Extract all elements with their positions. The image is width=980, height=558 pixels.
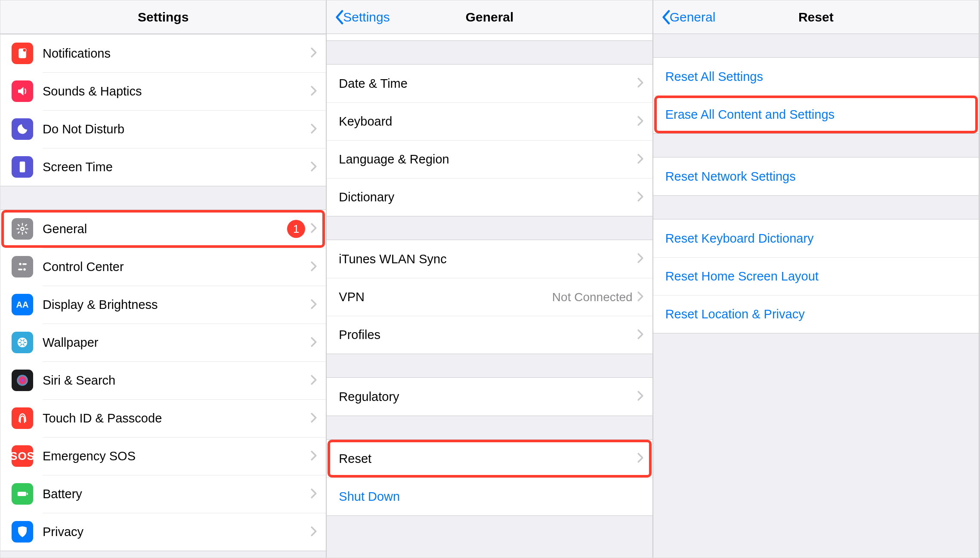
- row-touch-id-passcode[interactable]: Touch ID & Passcode: [0, 399, 326, 437]
- row-reset-all-settings[interactable]: Reset All Settings: [653, 58, 979, 96]
- display-icon: AA: [12, 294, 33, 315]
- row-label: Language & Region: [339, 152, 637, 166]
- settings-group-1: NotificationsSounds & HapticsDo Not Dist…: [0, 34, 326, 186]
- row-dictionary[interactable]: Dictionary: [327, 178, 652, 216]
- chevron-right-icon: [310, 526, 317, 539]
- back-button[interactable]: General: [661, 9, 716, 25]
- row-shut-down[interactable]: Shut Down: [327, 478, 652, 515]
- row-label: Reset Location & Privacy: [665, 307, 970, 321]
- row-label: Sounds & Haptics: [43, 84, 310, 99]
- navbar-general: Settings General: [327, 0, 652, 34]
- chevron-right-icon: [637, 115, 644, 128]
- general-panel: Settings General Date & TimeKeyboardLang…: [327, 0, 653, 558]
- row-screen-time[interactable]: Screen Time: [0, 148, 326, 186]
- svg-point-16: [22, 345, 23, 346]
- group-spacer: [327, 216, 652, 240]
- row-label: Touch ID & Passcode: [43, 411, 310, 425]
- sounds-icon: [12, 80, 33, 102]
- chevron-right-icon: [310, 299, 317, 311]
- chevron-right-icon: [310, 161, 317, 174]
- navbar-settings: Settings: [0, 0, 326, 34]
- svg-point-13: [22, 339, 23, 340]
- chevron-right-icon: [310, 412, 317, 425]
- row-label: Privacy: [43, 525, 310, 539]
- row-label: Display & Brightness: [43, 298, 310, 312]
- row-profiles[interactable]: Profiles: [327, 316, 652, 354]
- row-sounds-haptics[interactable]: Sounds & Haptics: [0, 72, 326, 110]
- row-label: Notifications: [43, 46, 310, 61]
- svg-point-7: [19, 263, 22, 265]
- chevron-right-icon: [310, 222, 317, 235]
- chevron-right-icon: [637, 452, 644, 465]
- row-itunes-wlan-sync[interactable]: iTunes WLAN Sync: [327, 240, 652, 278]
- svg-point-12: [22, 342, 24, 344]
- battery-icon: [12, 483, 33, 505]
- row-do-not-disturb[interactable]: Do Not Disturb: [0, 110, 326, 148]
- svg-point-14: [25, 340, 26, 342]
- row-erase-all-content-and-settings[interactable]: Erase All Content and Settings: [653, 96, 979, 133]
- row-reset-network-settings[interactable]: Reset Network Settings: [653, 157, 979, 195]
- settings-group-2: General1Control CenterAADisplay & Bright…: [0, 210, 326, 551]
- dnd-icon: [12, 118, 33, 140]
- row-label: Reset Network Settings: [665, 170, 970, 184]
- group-spacer: [327, 41, 652, 64]
- settings-panel: Settings NotificationsSounds & HapticsDo…: [0, 0, 327, 558]
- svg-rect-4: [21, 166, 24, 168]
- chevron-right-icon: [310, 261, 317, 274]
- reset-group-2: Reset Network Settings: [653, 157, 979, 196]
- row-language-region[interactable]: Language & Region: [327, 140, 652, 178]
- chevron-right-icon: [310, 488, 317, 501]
- row-battery[interactable]: Battery: [0, 475, 326, 513]
- chevron-right-icon: [637, 153, 644, 166]
- wallpaper-icon: [12, 332, 33, 353]
- svg-rect-10: [18, 268, 22, 270]
- controlcenter-icon: [12, 256, 33, 277]
- group-spacer: [0, 186, 326, 210]
- row-label: Regulatory: [339, 390, 637, 404]
- group-spacer: [327, 416, 652, 439]
- row-label: Date & Time: [339, 77, 637, 91]
- badge: 1: [287, 220, 305, 238]
- chevron-right-icon: [310, 85, 317, 98]
- row-wallpaper[interactable]: Wallpaper: [0, 324, 326, 361]
- row-display-brightness[interactable]: AADisplay & Brightness: [0, 286, 326, 324]
- row-label: VPN: [339, 290, 552, 304]
- row-notifications[interactable]: Notifications: [0, 34, 326, 72]
- row-emergency-sos[interactable]: SOSEmergency SOS: [0, 437, 326, 475]
- row-regulatory[interactable]: Regulatory: [327, 378, 652, 416]
- group-spacer: [653, 34, 979, 57]
- row-label: Profiles: [339, 328, 637, 342]
- page-title: Settings: [0, 10, 326, 25]
- row-reset-keyboard-dictionary[interactable]: Reset Keyboard Dictionary: [653, 219, 979, 257]
- privacy-icon: [12, 521, 33, 543]
- back-button[interactable]: Settings: [334, 9, 390, 25]
- row-siri-search[interactable]: Siri & Search: [0, 361, 326, 399]
- row-label: Reset Keyboard Dictionary: [665, 231, 970, 246]
- svg-point-17: [19, 343, 20, 345]
- row-date-time[interactable]: Date & Time: [327, 65, 652, 102]
- general-group-4: ResetShut Down: [327, 439, 652, 516]
- chevron-right-icon: [310, 123, 317, 136]
- row-control-center[interactable]: Control Center: [0, 248, 326, 286]
- chevron-left-icon: [661, 9, 671, 25]
- svg-rect-20: [18, 492, 26, 496]
- row-keyboard[interactable]: Keyboard: [327, 102, 652, 140]
- chevron-right-icon: [310, 450, 317, 463]
- row-reset-home-screen-layout[interactable]: Reset Home Screen Layout: [653, 257, 979, 295]
- row-reset[interactable]: Reset: [327, 440, 652, 478]
- row-vpn[interactable]: VPNNot Connected: [327, 278, 652, 316]
- notifications-icon: [12, 43, 33, 64]
- row-label: General: [43, 222, 287, 236]
- general-group-3: Regulatory: [327, 377, 652, 416]
- row-label: Keyboard: [339, 114, 637, 129]
- row-label: Reset Home Screen Layout: [665, 269, 970, 284]
- row-label: Reset: [339, 452, 637, 466]
- row-general[interactable]: General1: [0, 210, 326, 248]
- svg-point-1: [23, 49, 26, 52]
- row-reset-location-privacy[interactable]: Reset Location & Privacy: [653, 295, 979, 333]
- reset-group-1: Reset All SettingsErase All Content and …: [653, 57, 979, 134]
- svg-rect-21: [27, 493, 28, 495]
- row-privacy[interactable]: Privacy: [0, 513, 326, 551]
- sos-icon: SOS: [12, 445, 33, 467]
- back-label: Settings: [343, 10, 390, 25]
